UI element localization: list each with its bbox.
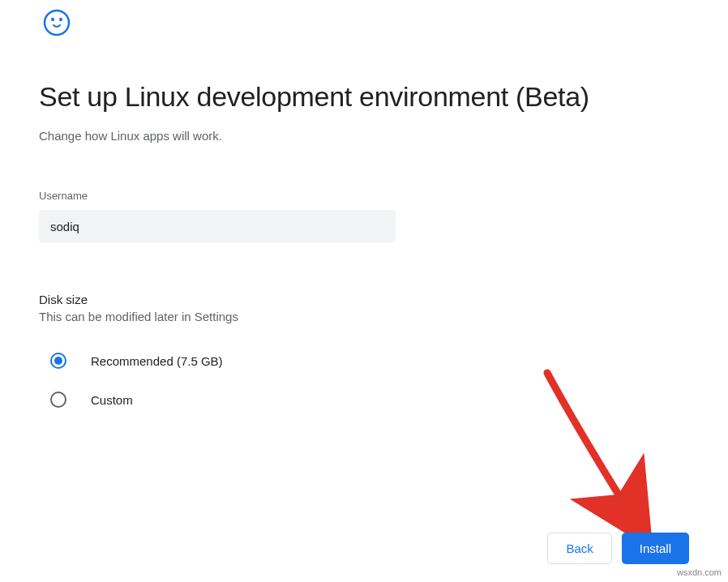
back-button[interactable]: Back <box>547 533 611 564</box>
radio-button-icon <box>50 353 66 369</box>
radio-label-custom: Custom <box>91 393 133 407</box>
page-subtitle: Change how Linux apps will work. <box>39 129 689 143</box>
svg-point-2 <box>59 18 62 22</box>
username-input[interactable] <box>39 210 396 242</box>
radio-option-recommended[interactable]: Recommended (7.5 GB) <box>50 353 689 369</box>
page-title: Set up Linux development environment (Be… <box>39 81 689 113</box>
button-row: Back Install <box>547 533 689 564</box>
install-button[interactable]: Install <box>622 533 689 564</box>
svg-point-1 <box>51 18 54 22</box>
disk-size-title: Disk size <box>39 293 689 306</box>
radio-button-icon <box>50 392 66 408</box>
disk-size-radio-group: Recommended (7.5 GB) Custom <box>39 353 689 408</box>
radio-label-recommended: Recommended (7.5 GB) <box>91 354 223 368</box>
linux-penguin-icon <box>42 8 689 41</box>
svg-point-0 <box>45 11 69 35</box>
disk-size-subtitle: This can be modified later in Settings <box>39 310 689 323</box>
radio-option-custom[interactable]: Custom <box>50 392 689 408</box>
watermark-text: wsxdn.com <box>677 567 722 577</box>
username-label: Username <box>39 190 689 202</box>
